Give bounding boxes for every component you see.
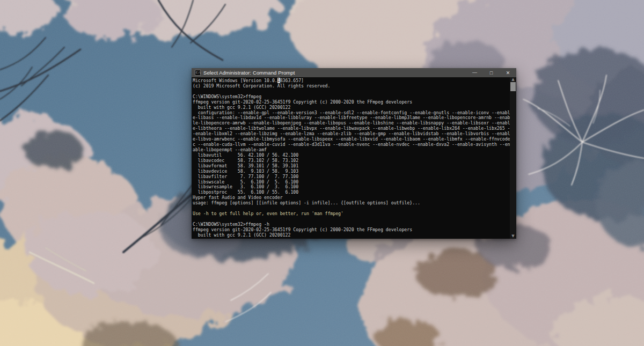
console-text-segment: Microsoft Windows [Version 10.0. [193, 78, 277, 83]
vertical-scrollbar[interactable]: ▲ ▼ [510, 77, 516, 239]
maximize-icon: □ [490, 70, 493, 76]
console-line: (c) 2019 Microsoft Corporation. All righ… [193, 84, 516, 89]
maximize-button[interactable]: □ [483, 68, 500, 77]
cmd-icon-label: C:\ [196, 70, 201, 75]
close-icon: ✕ [506, 70, 510, 76]
window-title: Select Administrator: Command Prompt [203, 70, 466, 76]
window-titlebar[interactable]: C:\ Select Administrator: Command Prompt… [192, 68, 516, 77]
command-prompt-window: C:\ Select Administrator: Command Prompt… [192, 68, 516, 239]
minimize-button[interactable]: — [466, 68, 483, 77]
console-text-segment: 8363.657] [280, 78, 304, 83]
console-line: built with gcc 9.2.1 (GCC) 20200122 [193, 233, 516, 238]
minimize-icon: — [472, 70, 477, 75]
scroll-up-icon[interactable]: ▲ [510, 77, 516, 82]
console-output[interactable]: Microsoft Windows [Version 10.0.18363.65… [192, 77, 516, 239]
console-line-hint: Use -h to get full help or, even better,… [193, 211, 516, 217]
window-controls: — □ ✕ [466, 68, 516, 77]
console-line: usage: ffmpeg [options] [[infile options… [193, 201, 516, 206]
cmd-icon: C:\ [195, 70, 201, 76]
scroll-down-icon[interactable]: ▼ [510, 234, 516, 239]
close-button[interactable]: ✕ [500, 68, 516, 77]
scrollbar-thumb[interactable] [510, 82, 516, 91]
